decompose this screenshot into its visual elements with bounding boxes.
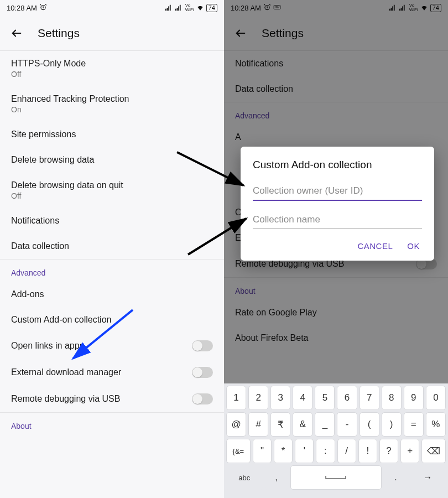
row-open-links-in-apps[interactable]: Open links in apps: [0, 333, 224, 359]
svg-rect-14: [279, 6, 279, 7]
row-notifications[interactable]: Notifications: [224, 51, 448, 76]
key[interactable]: /: [337, 439, 356, 463]
key[interactable]: (: [360, 412, 379, 437]
cancel-button[interactable]: CANCEL: [357, 241, 393, 251]
row-remote-debugging[interactable]: Remote debugging via USB: [0, 386, 224, 412]
key[interactable]: !: [358, 439, 377, 463]
row-external-download-manager[interactable]: External download manager: [0, 359, 224, 386]
key[interactable]: 9: [404, 386, 424, 410]
key[interactable]: *: [274, 439, 293, 463]
key[interactable]: 4: [293, 386, 312, 410]
key-symbols[interactable]: {&=: [226, 439, 251, 463]
key[interactable]: ₹: [270, 412, 290, 437]
keyboard-icon: [273, 3, 281, 13]
key-row-4: abc , . →: [224, 463, 448, 492]
svg-rect-23: [404, 5, 405, 11]
toggle-switch[interactable]: [192, 340, 213, 351]
key[interactable]: =: [404, 412, 424, 437]
key-backspace[interactable]: ⌫: [421, 439, 446, 463]
key[interactable]: ': [295, 439, 314, 463]
key[interactable]: 1: [226, 386, 246, 410]
page-title: Settings: [38, 27, 80, 40]
key[interactable]: 6: [337, 386, 357, 410]
key[interactable]: #: [248, 412, 268, 437]
custom-addon-dialog: Custom Add-on collection CANCEL OK: [241, 147, 434, 261]
row-title: Open links in apps: [11, 341, 84, 351]
key[interactable]: 3: [270, 386, 290, 410]
row-subtitle: Off: [11, 70, 213, 79]
row-title: Site permissions: [11, 129, 213, 139]
wifi-icon: [420, 4, 428, 12]
svg-rect-13: [278, 6, 278, 7]
row-subtitle: On: [11, 105, 213, 114]
alarm-icon: [39, 3, 47, 13]
row-etp[interactable]: Enhanced Tracking Protection On: [0, 86, 224, 122]
row-title: Data collection: [235, 84, 437, 94]
row-addons[interactable]: Add-ons: [0, 282, 224, 307]
key-abc[interactable]: abc: [226, 465, 263, 490]
back-button[interactable]: [9, 25, 24, 41]
section-advanced: Advanced: [224, 102, 448, 124]
key[interactable]: ?: [379, 439, 398, 463]
section-about: About: [224, 277, 448, 300]
key[interactable]: %: [426, 412, 446, 437]
row-title: Remote debugging via USB: [11, 394, 120, 404]
key[interactable]: ": [253, 439, 272, 463]
back-button[interactable]: [233, 25, 248, 41]
status-time: 10:28 AM: [7, 4, 37, 12]
status-bar: 10:28 AM Vo WiFi 74: [0, 0, 224, 15]
key[interactable]: &: [293, 412, 312, 437]
row-rate[interactable]: Rate on Google Play: [224, 300, 448, 325]
key[interactable]: 2: [248, 386, 268, 410]
row-https-only[interactable]: HTTPS-Only Mode Off: [0, 51, 224, 86]
soft-keyboard[interactable]: 1 2 3 4 5 6 7 8 9 0 @ # ₹ & _ - ( ) = % …: [224, 383, 448, 498]
page-title: Settings: [262, 27, 304, 40]
signal-icon: [165, 4, 173, 12]
row-about-firefox[interactable]: About Firefox Beta: [224, 325, 448, 351]
row-data-collection[interactable]: Data collection: [0, 234, 224, 259]
key[interactable]: 7: [360, 386, 379, 410]
collection-owner-input[interactable]: [253, 182, 422, 201]
row-data-collection[interactable]: Data collection: [224, 76, 448, 102]
row-title: Notifications: [235, 59, 437, 69]
key-space[interactable]: [290, 465, 382, 490]
row-title: Add-ons: [11, 289, 213, 299]
key-period[interactable]: .: [384, 465, 407, 490]
key[interactable]: _: [315, 412, 335, 437]
key[interactable]: :: [316, 439, 335, 463]
row-site-permissions[interactable]: Site permissions: [0, 122, 224, 147]
row-title: Enhanced Tracking Protection: [11, 94, 213, 104]
key[interactable]: 0: [426, 386, 446, 410]
key[interactable]: ): [382, 412, 402, 437]
row-custom-addon-collection[interactable]: Custom Add-on collection: [0, 307, 224, 333]
svg-rect-2: [166, 8, 168, 11]
battery-label: 74: [206, 4, 217, 12]
svg-rect-21: [400, 8, 402, 11]
row-title: Delete browsing data: [11, 155, 213, 165]
svg-rect-19: [394, 5, 395, 11]
alarm-icon: [263, 3, 271, 13]
section-advanced: Advanced: [0, 259, 224, 282]
row-notifications[interactable]: Notifications: [0, 208, 224, 234]
appbar: Settings: [0, 15, 224, 51]
toggle-switch[interactable]: [192, 393, 213, 404]
row-delete-on-quit[interactable]: Delete browsing data on quit Off: [0, 173, 224, 208]
key-row-2: @ # ₹ & _ - ( ) = %: [224, 410, 448, 437]
key[interactable]: 5: [315, 386, 335, 410]
key[interactable]: +: [400, 439, 419, 463]
key-enter[interactable]: →: [409, 465, 446, 490]
row-delete-browsing-data[interactable]: Delete browsing data: [0, 147, 224, 173]
collection-name-input[interactable]: [253, 211, 422, 229]
svg-rect-12: [276, 6, 277, 7]
svg-rect-18: [392, 6, 393, 11]
key[interactable]: -: [337, 412, 357, 437]
battery-label: 74: [430, 4, 441, 12]
key[interactable]: 8: [382, 386, 402, 410]
ok-button[interactable]: OK: [407, 241, 420, 251]
key[interactable]: @: [226, 412, 246, 437]
svg-rect-22: [402, 6, 403, 11]
svg-rect-7: [178, 6, 179, 11]
dialog-title: Custom Add-on collection: [253, 159, 422, 171]
toggle-switch[interactable]: [192, 367, 213, 378]
key-comma[interactable]: ,: [265, 465, 288, 490]
